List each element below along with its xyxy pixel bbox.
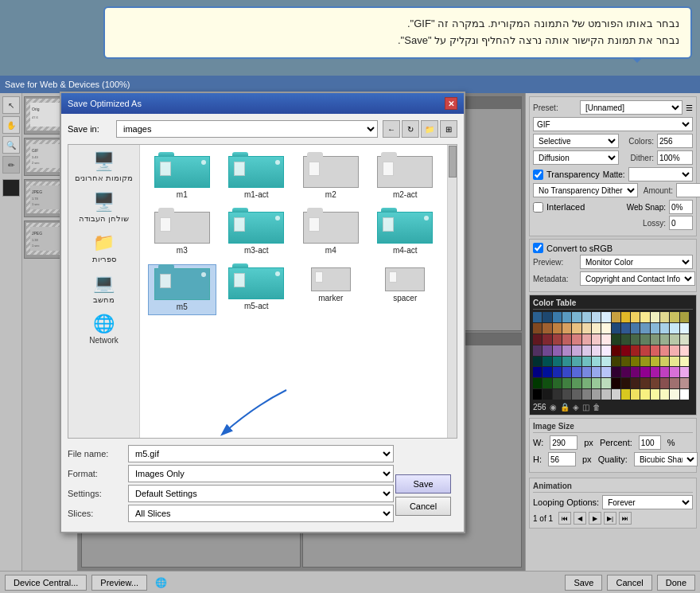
color-cell[interactable] xyxy=(553,334,562,345)
metadata-select[interactable]: Copyright and Contact Info xyxy=(580,271,695,286)
color-cell[interactable] xyxy=(562,389,571,400)
save-btn[interactable]: Save xyxy=(565,575,602,591)
color-cell[interactable] xyxy=(533,323,542,334)
color-cell[interactable] xyxy=(621,334,630,345)
color-cell[interactable] xyxy=(651,312,659,322)
color-cell[interactable] xyxy=(670,367,679,377)
color-cell[interactable] xyxy=(582,367,591,377)
color-cell[interactable] xyxy=(660,323,669,334)
color-cell[interactable] xyxy=(542,389,551,400)
preset-select[interactable]: [Unnamed] xyxy=(580,100,682,115)
color-cell[interactable] xyxy=(553,323,562,334)
convert-srgb-checkbox[interactable] xyxy=(533,243,543,253)
color-cell[interactable] xyxy=(601,323,610,334)
anim-last-btn[interactable]: ⏭ xyxy=(619,512,632,525)
color-cell[interactable] xyxy=(640,378,649,388)
color-cell[interactable] xyxy=(612,312,620,322)
file-item[interactable]: m1-act xyxy=(223,153,291,202)
file-item[interactable]: m4 xyxy=(297,209,365,258)
color-table-icon5[interactable]: 🗑 xyxy=(593,403,601,412)
color-cell[interactable] xyxy=(562,345,571,356)
slices-select[interactable]: All Slices xyxy=(128,505,394,522)
color-cell[interactable] xyxy=(582,378,591,388)
color-table-icon1[interactable]: ◉ xyxy=(550,403,557,412)
toolbar-refresh-btn[interactable]: ↻ xyxy=(402,120,419,138)
color-cell[interactable] xyxy=(601,345,610,356)
bottom-globe-icon[interactable]: 🌐 xyxy=(155,577,167,588)
color-cell[interactable] xyxy=(533,345,542,356)
color-cell[interactable] xyxy=(582,389,591,400)
file-item[interactable]: m2 xyxy=(297,153,365,202)
color-cell[interactable] xyxy=(631,357,640,367)
percent-input[interactable] xyxy=(639,435,661,450)
color-cell[interactable] xyxy=(680,334,689,345)
color-cell[interactable] xyxy=(553,357,562,367)
toolbar-view-btn[interactable]: ⊞ xyxy=(440,120,457,138)
amount-input[interactable] xyxy=(676,183,700,197)
color-cell[interactable] xyxy=(680,367,689,377)
settings-select[interactable]: Default Settings xyxy=(128,485,394,502)
tool-eyedropper[interactable]: ✏ xyxy=(2,156,20,174)
file-item[interactable]: m5 xyxy=(148,264,216,315)
selective-select[interactable]: Selective xyxy=(533,134,619,148)
preview-btn[interactable]: Preview... xyxy=(91,575,147,591)
color-cell[interactable] xyxy=(553,312,562,322)
tool-zoom[interactable]: 🔍 xyxy=(2,136,20,154)
color-cell[interactable] xyxy=(572,357,581,367)
color-cell[interactable] xyxy=(533,367,542,377)
interlaced-checkbox[interactable] xyxy=(533,202,543,213)
color-cell[interactable] xyxy=(640,367,649,377)
shortcut-desktop[interactable]: 🖥️ שולחן העבודה xyxy=(72,190,136,224)
file-item[interactable]: m5-act xyxy=(223,264,291,315)
color-cell[interactable] xyxy=(670,334,679,345)
color-cell[interactable] xyxy=(582,323,591,334)
tool-arrow[interactable]: ↖ xyxy=(2,96,20,114)
color-cell[interactable] xyxy=(631,367,640,377)
color-cell[interactable] xyxy=(651,367,659,377)
color-cell[interactable] xyxy=(592,357,601,367)
color-cell[interactable] xyxy=(592,367,601,377)
cancel-btn[interactable]: Cancel xyxy=(607,575,651,591)
done-btn[interactable]: Done xyxy=(657,575,695,591)
filename-select[interactable]: m5.gif xyxy=(128,445,394,462)
color-cell[interactable] xyxy=(680,345,689,356)
color-cell[interactable] xyxy=(680,312,689,322)
color-cell[interactable] xyxy=(631,323,640,334)
color-cell[interactable] xyxy=(572,345,581,356)
color-cell[interactable] xyxy=(582,357,591,367)
color-cell[interactable] xyxy=(651,334,659,345)
color-cell[interactable] xyxy=(651,389,659,400)
save-in-select[interactable]: images xyxy=(116,120,378,138)
color-cell[interactable] xyxy=(562,323,571,334)
anim-first-btn[interactable]: ⏮ xyxy=(558,512,571,525)
no-transparency-select[interactable]: No Transparency Dither xyxy=(533,183,638,197)
color-cell[interactable] xyxy=(640,345,649,356)
lossy-input[interactable] xyxy=(669,216,693,230)
color-cell[interactable] xyxy=(601,357,610,367)
color-cell[interactable] xyxy=(640,312,649,322)
color-cell[interactable] xyxy=(562,357,571,367)
color-cell[interactable] xyxy=(640,357,649,367)
dialog-save-btn[interactable]: Save xyxy=(395,474,451,494)
color-cell[interactable] xyxy=(542,378,551,388)
color-cell[interactable] xyxy=(631,389,640,400)
color-cell[interactable] xyxy=(680,323,689,334)
color-cell[interactable] xyxy=(670,312,679,322)
color-cell[interactable] xyxy=(621,357,630,367)
color-cell[interactable] xyxy=(601,334,610,345)
color-cell[interactable] xyxy=(640,334,649,345)
toolbar-back-btn[interactable]: ← xyxy=(383,120,400,138)
color-cell[interactable] xyxy=(572,389,581,400)
tool-color[interactable] xyxy=(2,179,20,197)
color-cell[interactable] xyxy=(592,323,601,334)
color-cell[interactable] xyxy=(660,367,669,377)
color-cell[interactable] xyxy=(562,334,571,345)
color-cell[interactable] xyxy=(670,389,679,400)
file-item[interactable]: m3-act xyxy=(223,209,291,258)
h-input[interactable] xyxy=(548,452,576,466)
color-cell[interactable] xyxy=(670,357,679,367)
color-cell[interactable] xyxy=(621,323,630,334)
colors-input[interactable] xyxy=(657,134,693,148)
color-cell[interactable] xyxy=(572,312,581,322)
color-cell[interactable] xyxy=(533,357,542,367)
